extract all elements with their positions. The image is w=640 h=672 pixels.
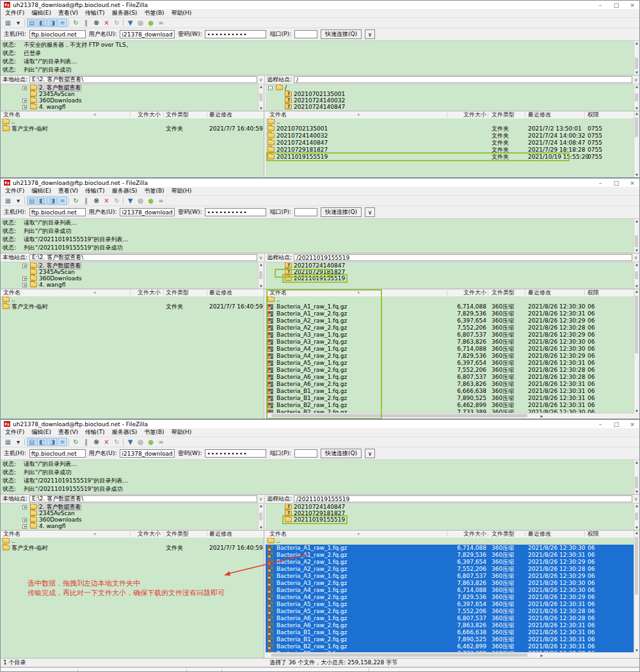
remote-list-hscrollbar[interactable]: ◀ ▶ [266, 652, 634, 658]
remote-tree-toggle-icon[interactable]: ◨ [47, 19, 57, 27]
site-manager-dropdown-icon[interactable]: ▾ [13, 196, 23, 205]
message-log-toggle-icon[interactable]: ▤ [27, 19, 36, 27]
close-button[interactable]: × [628, 2, 636, 8]
menu-item[interactable]: 文件(F) [5, 9, 24, 17]
local-tree-item[interactable]: 2345AvScan [1, 510, 264, 516]
separator[interactable] [122, 196, 125, 205]
quickconnect-button[interactable]: 快速连接(Q) [321, 207, 362, 217]
menu-item[interactable]: 查看(V) [58, 428, 78, 436]
remote-tree-item[interactable]: 20211019155519 [266, 275, 639, 282]
separator[interactable] [122, 438, 125, 446]
log-scrollbar[interactable]: ▲ ▼ [634, 219, 639, 253]
reconnect-icon[interactable]: ↻ [112, 196, 122, 205]
remote-file-row[interactable]: Bacteria_A5_raw_1.fq.gz 6,397,654 360压缩 … [266, 360, 634, 367]
menu-item[interactable]: 编辑(E) [31, 187, 51, 195]
scroll-down-icon[interactable]: ▼ [634, 525, 639, 530]
port-input[interactable] [294, 30, 317, 38]
scroll-down-icon[interactable]: ▼ [634, 490, 639, 494]
site-manager-icon[interactable]: ▦ [3, 196, 13, 205]
remote-dir-row[interactable]: 20211019155519 文件夹 2021/10/19 15:55:20 0… [266, 154, 634, 161]
refresh-icon[interactable]: ↻ [71, 19, 81, 27]
local-tree-item[interactable]: + 360Downloads [1, 275, 264, 282]
tree-expander-icon[interactable]: + [22, 283, 27, 287]
combo-arrow-icon[interactable]: ∨ [632, 77, 639, 83]
remote-file-row[interactable]: Bacteria_A3_raw_1.fq.gz 6,807,537 360压缩 … [266, 332, 634, 339]
title-bar[interactable]: Fz uh21378_download@ftp.biocloud.net - F… [1, 420, 639, 428]
sync-browsing-icon[interactable]: ● [146, 196, 156, 205]
filter-icon[interactable]: ▼ [125, 19, 135, 27]
local-tree-item[interactable]: + 2. 客户数据查看 [1, 84, 264, 91]
maximize-button[interactable]: □ [612, 421, 620, 428]
column-modified[interactable]: 最近修改 [528, 531, 551, 538]
remote-file-row-selected[interactable]: Bacteria_B1_raw_2.fq.gz 7,890,525 360压缩 … [266, 636, 634, 643]
username-input[interactable] [120, 449, 175, 458]
remote-tree-item[interactable]: 20210724140847 [266, 504, 639, 510]
port-input[interactable] [294, 208, 317, 216]
refresh-icon[interactable]: ↻ [71, 196, 81, 205]
scroll-thumb[interactable] [635, 477, 638, 488]
menu-item[interactable]: 传输(T) [85, 9, 105, 17]
column-name[interactable]: 文件名 [3, 111, 20, 118]
scroll-thumb[interactable] [259, 513, 262, 520]
process-queue-icon[interactable]: ‖ [81, 19, 91, 27]
column-name[interactable]: 文件名 [3, 289, 20, 296]
local-tree-item[interactable]: + 4. wangfl [1, 104, 264, 110]
remote-tree-item[interactable]: 20210724140847 [266, 262, 639, 269]
combo-arrow-icon[interactable]: ∨ [632, 497, 639, 502]
tree-expander-icon[interactable]: + [22, 105, 27, 109]
local-tree-item[interactable]: 2345AvScan [1, 91, 264, 97]
remote-dir-row[interactable]: 20210724140032 文件夹 2021/7/24 14:00:32 07… [266, 132, 634, 140]
column-name[interactable]: 文件名 [269, 531, 287, 538]
log-scrollbar[interactable]: ▲ ▼ [634, 41, 639, 75]
menu-item[interactable]: 服务器(S) [112, 9, 138, 17]
site-manager-icon[interactable]: ▦ [3, 438, 13, 446]
local-tree-item[interactable]: + 360Downloads [1, 516, 264, 523]
scroll-thumb[interactable] [635, 118, 638, 137]
remote-file-row[interactable]: Bacteria_B1_raw_1.fq.gz 6,666,638 360压缩 … [266, 388, 634, 395]
sync-browsing-icon[interactable]: ● [146, 438, 156, 446]
scroll-up-icon[interactable]: ▲ [634, 219, 639, 223]
host-input[interactable] [29, 449, 86, 458]
scroll-down-icon[interactable]: ▼ [634, 648, 639, 653]
process-queue-icon[interactable]: ‖ [81, 438, 91, 446]
local-tree-toggle-icon[interactable]: ◧ [37, 438, 47, 446]
remote-file-row[interactable]: Bacteria_A4_raw_2.fq.gz 7,829,536 360压缩 … [266, 353, 634, 360]
remote-tree-item[interactable]: 20210724140032 [266, 97, 639, 104]
tree-expander-icon[interactable]: + [22, 86, 27, 90]
remote-list-scrollbar[interactable]: ▲ ▼ [634, 289, 639, 413]
scroll-down-icon[interactable]: ▼ [634, 70, 639, 75]
remote-file-row-selected[interactable]: Bacteria_A3_raw_2.fq.gz 7,863,826 360压缩 … [266, 580, 634, 587]
remote-file-row-selected[interactable]: Bacteria_B2_raw_1.fq.gz 6,462,899 360压缩 … [266, 643, 634, 650]
minimize-button[interactable]: – [596, 2, 604, 8]
remote-file-row-selected[interactable]: Bacteria_A5_raw_1.fq.gz 6,397,654 360压缩 … [266, 601, 634, 608]
scroll-up-icon[interactable]: ▲ [634, 504, 639, 508]
menu-item[interactable]: 传输(T) [85, 187, 105, 195]
minimize-button[interactable]: – [596, 180, 604, 186]
message-log-toggle-icon[interactable]: ▤ [27, 196, 36, 205]
remote-file-row-selected[interactable]: Bacteria_A2_raw_1.fq.gz 6,397,654 360压缩 … [266, 559, 634, 566]
remote-file-row[interactable]: Bacteria_A6_raw_1.fq.gz 6,807,537 360压缩 … [266, 374, 634, 381]
log-scrollbar[interactable]: ▲ ▼ [634, 460, 639, 494]
parent-dir-row[interactable]: .. [266, 296, 634, 303]
menu-item[interactable]: 书签(B) [144, 428, 164, 436]
scroll-up-icon[interactable]: ▲ [634, 289, 639, 294]
quickconnect-dropdown[interactable]: ∨ [365, 207, 375, 217]
scroll-thumb[interactable] [635, 58, 638, 69]
scroll-thumb[interactable] [271, 414, 527, 417]
remote-list-scrollbar[interactable]: ▲ ▼ [634, 531, 639, 653]
remote-tree-item[interactable]: 20210729181827 [266, 269, 639, 275]
column-modified[interactable]: 最近修改 [528, 289, 551, 296]
compare-icon[interactable]: ◎ [136, 19, 145, 27]
local-tree-item[interactable]: + 2. 客户数据查看 [1, 262, 264, 269]
remote-file-row[interactable]: Bacteria_B1_raw_2.fq.gz 7,890,525 360压缩 … [266, 395, 634, 402]
parent-dir-row[interactable]: .. [1, 538, 264, 545]
remote-file-row-selected[interactable]: Bacteria_A4_raw_2.fq.gz 7,829,536 360压缩 … [266, 594, 634, 601]
remote-file-row-selected[interactable]: Bacteria_A5_raw_2.fq.gz 7,552,206 360压缩 … [266, 608, 634, 615]
local-path-input[interactable]: E:\2. 客户数据查看\ [29, 254, 257, 261]
password-input[interactable] [205, 449, 266, 458]
scroll-thumb[interactable] [635, 537, 638, 595]
remote-file-row[interactable]: Bacteria_A4_raw_1.fq.gz 6,714,088 360压缩 … [266, 346, 634, 353]
local-tree-scrollbar[interactable]: ▲ ▼ [258, 262, 264, 289]
maximize-button[interactable]: □ [612, 180, 620, 186]
host-input[interactable] [29, 30, 86, 38]
